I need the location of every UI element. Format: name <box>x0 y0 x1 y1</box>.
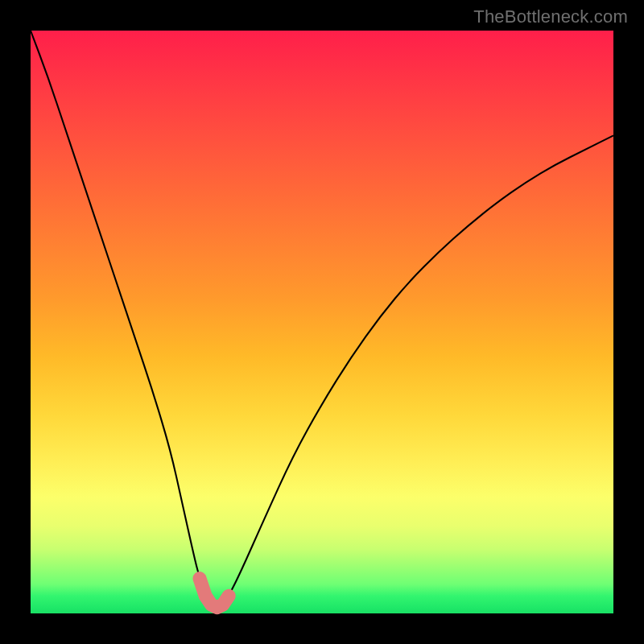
chart-frame: TheBottleneck.com <box>0 0 644 644</box>
curve-svg <box>31 31 613 613</box>
watermark-text: TheBottleneck.com <box>473 6 628 27</box>
plot-area <box>31 31 613 613</box>
bottleneck-curve <box>31 31 613 607</box>
optimal-range-marker <box>200 579 229 608</box>
